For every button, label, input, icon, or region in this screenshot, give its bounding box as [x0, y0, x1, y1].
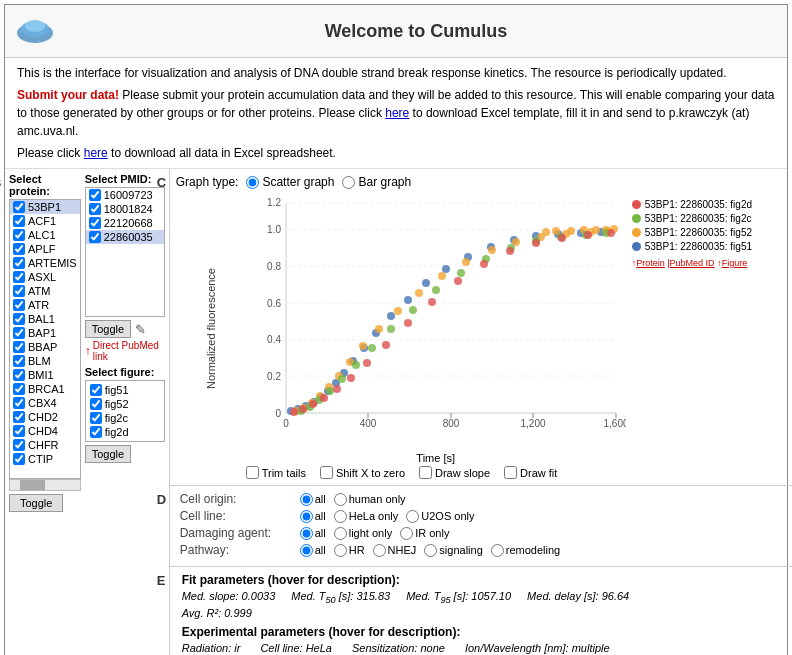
pmid-list[interactable]: 16009723180018242212066822860035: [85, 187, 165, 317]
protein-checkbox[interactable]: [13, 425, 25, 437]
pmid-item[interactable]: 22860035: [86, 230, 164, 244]
protein-checkbox[interactable]: [13, 215, 25, 227]
toggle-pmid-button[interactable]: Toggle: [85, 320, 131, 338]
protein-checkbox[interactable]: [13, 411, 25, 423]
protein-item[interactable]: BMI1: [10, 368, 80, 382]
pmid-checkbox[interactable]: [89, 203, 101, 215]
protein-list[interactable]: 53BP1ACF1ALC1APLFARTEMISASXLATMATRBAL1BA…: [9, 199, 81, 479]
r2-row: Avg. R²: 0.999: [182, 607, 780, 619]
toggle-protein-button[interactable]: Toggle: [9, 494, 63, 512]
protein-checkbox[interactable]: [13, 453, 25, 465]
scatter-graph-option[interactable]: Scatter graph: [246, 175, 334, 189]
shift-x-option[interactable]: Shift X to zero: [320, 466, 405, 479]
pathway-hr[interactable]: HR: [334, 544, 365, 557]
figure-checkbox[interactable]: [90, 412, 102, 424]
arrow-up-icon: ↑: [85, 344, 91, 358]
cell-line-u2os[interactable]: U2OS only: [406, 510, 474, 523]
pathway-remodeling[interactable]: remodeling: [491, 544, 560, 557]
cell-origin-all[interactable]: all: [300, 493, 326, 506]
protein-checkbox[interactable]: [13, 243, 25, 255]
pathway-signaling[interactable]: signaling: [424, 544, 482, 557]
damaging-ir[interactable]: IR only: [400, 527, 449, 540]
protein-item[interactable]: ALC1: [10, 228, 80, 242]
pathway-nhej[interactable]: NHEJ: [373, 544, 417, 557]
figure-item[interactable]: fig52: [88, 397, 162, 411]
protein-checkbox[interactable]: [13, 257, 25, 269]
protein-item[interactable]: BAL1: [10, 312, 80, 326]
protein-checkbox[interactable]: [13, 355, 25, 367]
protein-item[interactable]: CBX4: [10, 396, 80, 410]
trim-tails-checkbox[interactable]: [246, 466, 259, 479]
protein-checkbox[interactable]: [13, 201, 25, 213]
draw-slope-option[interactable]: Draw slope: [419, 466, 490, 479]
shift-x-checkbox[interactable]: [320, 466, 333, 479]
protein-item[interactable]: BLM: [10, 354, 80, 368]
protein-checkbox[interactable]: [13, 397, 25, 409]
svg-point-68: [542, 228, 550, 236]
protein-item[interactable]: BBAP: [10, 340, 80, 354]
protein-item[interactable]: ACF1: [10, 214, 80, 228]
cell-line-all[interactable]: all: [300, 510, 326, 523]
protein-item[interactable]: CHD4: [10, 424, 80, 438]
protein-item[interactable]: BAP1: [10, 326, 80, 340]
pmid-checkbox[interactable]: [89, 217, 101, 229]
figure-item[interactable]: fig2d: [88, 425, 162, 439]
pmid-item[interactable]: 22120668: [86, 216, 164, 230]
figure-checkbox[interactable]: [90, 426, 102, 438]
pathway-all[interactable]: all: [300, 544, 326, 557]
protein-item[interactable]: ATM: [10, 284, 80, 298]
protein-checkbox[interactable]: [13, 369, 25, 381]
toggle-figure-button[interactable]: Toggle: [85, 445, 131, 463]
pmid-checkbox[interactable]: [89, 189, 101, 201]
pmid-item[interactable]: 16009723: [86, 188, 164, 202]
edit-icon-link[interactable]: ✎: [135, 322, 146, 337]
protein-item[interactable]: ARTEMIS: [10, 256, 80, 270]
protein-checkbox[interactable]: [13, 383, 25, 395]
protein-item[interactable]: ATR: [10, 298, 80, 312]
trim-tails-option[interactable]: Trim tails: [246, 466, 306, 479]
protein-item[interactable]: CHD2: [10, 410, 80, 424]
protein-checkbox[interactable]: [13, 299, 25, 311]
protein-item[interactable]: CTIP: [10, 452, 80, 466]
protein-item[interactable]: BRCA1: [10, 382, 80, 396]
figure-checkbox[interactable]: [90, 398, 102, 410]
fit-params-row: Med. slope: 0.0033 Med. T50 [s]: 315.83 …: [182, 590, 780, 605]
protein-checkbox[interactable]: [13, 271, 25, 283]
horiz-scrollbar-protein[interactable]: [9, 479, 81, 491]
figure-item[interactable]: fig51: [88, 383, 162, 397]
protein-name: BRCA1: [28, 383, 65, 395]
svg-text:0.2: 0.2: [267, 371, 281, 382]
bar-graph-option[interactable]: Bar graph: [342, 175, 411, 189]
protein-checkbox[interactable]: [13, 327, 25, 339]
draw-fit-option[interactable]: Draw fit: [504, 466, 557, 479]
bar-radio[interactable]: [342, 176, 355, 189]
direct-pubmed-link[interactable]: Direct PubMed link: [93, 340, 165, 362]
protein-item[interactable]: ASXL: [10, 270, 80, 284]
damaging-light[interactable]: light only: [334, 527, 392, 540]
draw-slope-checkbox[interactable]: [419, 466, 432, 479]
figure-list: fig51fig52fig2cfig2d: [85, 380, 165, 442]
excel-template-link[interactable]: here: [385, 106, 409, 120]
protein-checkbox[interactable]: [13, 313, 25, 325]
protein-checkbox[interactable]: [13, 341, 25, 353]
figure-name: fig2c: [105, 412, 128, 424]
protein-item[interactable]: APLF: [10, 242, 80, 256]
figure-checkbox[interactable]: [90, 384, 102, 396]
protein-item[interactable]: 53BP1: [10, 200, 80, 214]
cell-origin-human[interactable]: human only: [334, 493, 406, 506]
protein-checkbox[interactable]: [13, 439, 25, 451]
pmid-checkbox[interactable]: [89, 231, 101, 243]
pmid-item[interactable]: 18001824: [86, 202, 164, 216]
cell-line-hela[interactable]: HeLa only: [334, 510, 399, 523]
protein-item[interactable]: CHFR: [10, 438, 80, 452]
pmid-value: 22860035: [104, 231, 153, 243]
protein-checkbox[interactable]: [13, 285, 25, 297]
svg-point-95: [320, 394, 328, 402]
protein-checkbox[interactable]: [13, 229, 25, 241]
svg-point-62: [488, 246, 496, 254]
figure-item[interactable]: fig2c: [88, 411, 162, 425]
draw-fit-checkbox[interactable]: [504, 466, 517, 479]
scatter-radio[interactable]: [246, 176, 259, 189]
download-link[interactable]: here: [84, 146, 108, 160]
damaging-all[interactable]: all: [300, 527, 326, 540]
